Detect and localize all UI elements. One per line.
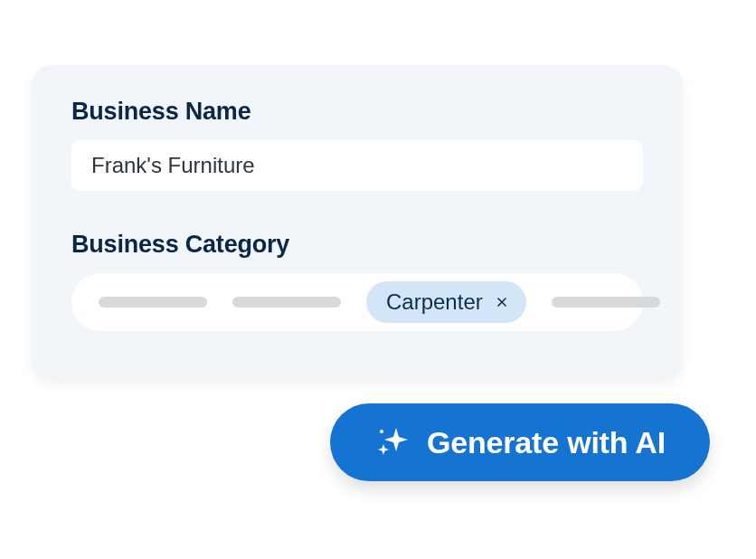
generate-with-ai-button[interactable]: Generate with AI — [330, 403, 710, 481]
business-category-input[interactable]: Carpenter — [71, 273, 643, 331]
category-tag-label: Carpenter — [386, 289, 483, 315]
svg-point-2 — [380, 430, 383, 433]
category-tag[interactable]: Carpenter — [366, 281, 526, 323]
generate-button-label: Generate with AI — [427, 425, 666, 460]
business-category-label: Business Category — [71, 231, 643, 259]
close-icon[interactable] — [492, 292, 512, 312]
category-placeholder — [232, 297, 341, 308]
business-name-section: Business Name — [71, 98, 643, 191]
category-placeholder — [552, 297, 660, 308]
business-category-section: Business Category Carpenter — [71, 231, 643, 331]
business-name-label: Business Name — [71, 98, 643, 126]
sparkle-icon — [374, 424, 411, 460]
category-placeholder — [99, 297, 207, 308]
business-info-card: Business Name Business Category Carpente… — [32, 65, 683, 380]
business-name-input[interactable] — [71, 140, 643, 191]
